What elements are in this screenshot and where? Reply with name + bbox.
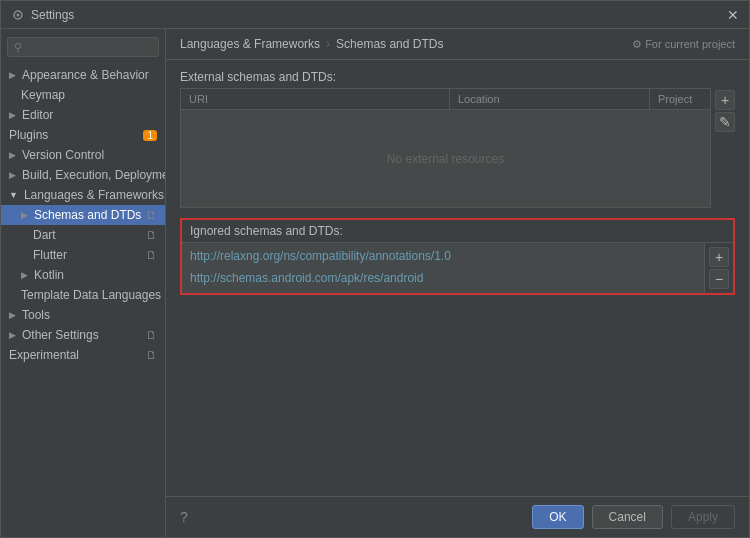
- external-section-label: External schemas and DTDs:: [180, 70, 735, 84]
- sidebar-label-editor: Editor: [22, 108, 53, 122]
- plugins-badge: 1: [143, 130, 157, 141]
- table-empty-label: No external resources: [181, 110, 710, 207]
- sidebar-label-other: Other Settings: [22, 328, 99, 342]
- arrow-icon: ▶: [21, 210, 28, 220]
- panel-body: External schemas and DTDs: URI Location …: [166, 60, 749, 496]
- arrow-icon: ▶: [9, 170, 16, 180]
- ignored-section-wrapper: Ignored schemas and DTDs: http://relaxng…: [180, 218, 735, 295]
- search-input[interactable]: [7, 37, 159, 57]
- sidebar-label-template: Template Data Languages: [21, 288, 161, 302]
- ignored-remove-button[interactable]: −: [709, 269, 729, 289]
- breadcrumb-part2: Schemas and DTDs: [336, 37, 443, 51]
- ignored-add-button[interactable]: +: [709, 247, 729, 267]
- ignored-body: http://relaxng.org/ns/compatibility/anno…: [182, 243, 733, 293]
- col-project-header: Project: [650, 89, 710, 109]
- ignored-section: Ignored schemas and DTDs: http://relaxng…: [180, 218, 735, 295]
- sidebar-item-editor[interactable]: ▶ Editor: [1, 105, 165, 125]
- sidebar-label-build: Build, Execution, Deployment: [22, 168, 166, 182]
- sidebar-label-flutter: Flutter: [33, 248, 67, 262]
- arrow-icon: ▶: [9, 310, 16, 320]
- external-section: External schemas and DTDs: URI Location …: [180, 70, 735, 208]
- sidebar-label-appearance: Appearance & Behavior: [22, 68, 149, 82]
- settings-window: Settings ✕ ▶ Appearance & Behavior Keyma…: [0, 0, 750, 538]
- sidebar-item-tools[interactable]: ▶ Tools: [1, 305, 165, 325]
- title-bar-left: Settings: [11, 8, 74, 22]
- cancel-button[interactable]: Cancel: [592, 505, 663, 529]
- sidebar-item-template-data[interactable]: Template Data Languages 🗋: [1, 285, 165, 305]
- col-uri-header: URI: [181, 89, 450, 109]
- sidebar: ▶ Appearance & Behavior Keymap ▶ Editor …: [1, 29, 166, 537]
- other-settings-icon: 🗋: [146, 329, 157, 341]
- ok-button[interactable]: OK: [532, 505, 583, 529]
- footer: ? OK Cancel Apply: [166, 496, 749, 537]
- schemas-icon: 🗋: [146, 209, 157, 221]
- arrow-icon: ▶: [21, 270, 28, 280]
- sidebar-label-keymap: Keymap: [21, 88, 65, 102]
- ignored-list: http://relaxng.org/ns/compatibility/anno…: [182, 243, 704, 293]
- ignored-side-buttons: + −: [704, 243, 733, 293]
- ignored-item-2[interactable]: http://schemas.android.com/apk/res/andro…: [182, 267, 704, 289]
- external-edit-button[interactable]: ✎: [715, 112, 735, 132]
- external-add-button[interactable]: +: [715, 90, 735, 110]
- sidebar-label-experimental: Experimental: [9, 348, 79, 362]
- settings-window-icon: [11, 8, 25, 22]
- arrow-icon: ▶: [9, 70, 16, 80]
- experimental-icon: 🗋: [146, 349, 157, 361]
- for-project-label: ⚙ For current project: [632, 38, 735, 51]
- search-box: [1, 33, 165, 61]
- external-table-section: URI Location Project No external resourc…: [180, 88, 735, 208]
- breadcrumb: Languages & Frameworks › Schemas and DTD…: [166, 29, 749, 60]
- sidebar-item-appearance-behavior[interactable]: ▶ Appearance & Behavior: [1, 65, 165, 85]
- arrow-icon: ▶: [9, 150, 16, 160]
- sidebar-item-other-settings[interactable]: ▶ Other Settings 🗋: [1, 325, 165, 345]
- sidebar-label-languages: Languages & Frameworks: [24, 188, 164, 202]
- sidebar-label-kotlin: Kotlin: [34, 268, 64, 282]
- help-button[interactable]: ?: [180, 509, 188, 525]
- external-side-buttons: + ✎: [715, 88, 735, 208]
- sidebar-label-schemas: Schemas and DTDs: [34, 208, 141, 222]
- sidebar-item-build-execution[interactable]: ▶ Build, Execution, Deployment: [1, 165, 165, 185]
- sidebar-item-version-control[interactable]: ▶ Version Control: [1, 145, 165, 165]
- main-content: ▶ Appearance & Behavior Keymap ▶ Editor …: [1, 29, 749, 537]
- dart-icon: 🗋: [146, 229, 157, 241]
- main-panel: Languages & Frameworks › Schemas and DTD…: [166, 29, 749, 537]
- sidebar-item-schemas-dtds[interactable]: ▶ Schemas and DTDs 🗋: [1, 205, 165, 225]
- table-header: URI Location Project: [181, 89, 710, 110]
- sidebar-item-experimental[interactable]: Experimental 🗋: [1, 345, 165, 365]
- sidebar-label-dart: Dart: [33, 228, 56, 242]
- ignored-item-1[interactable]: http://relaxng.org/ns/compatibility/anno…: [182, 245, 704, 267]
- sidebar-label-vcs: Version Control: [22, 148, 104, 162]
- sidebar-item-kotlin[interactable]: ▶ Kotlin: [1, 265, 165, 285]
- breadcrumb-separator: ›: [326, 37, 330, 51]
- external-table: URI Location Project No external resourc…: [180, 88, 711, 208]
- arrow-icon: ▶: [9, 110, 16, 120]
- ignored-section-label: Ignored schemas and DTDs:: [182, 220, 733, 243]
- col-location-header: Location: [450, 89, 650, 109]
- sidebar-item-flutter[interactable]: Flutter 🗋: [1, 245, 165, 265]
- svg-point-1: [17, 13, 20, 16]
- title-bar: Settings ✕: [1, 1, 749, 29]
- sidebar-label-tools: Tools: [22, 308, 50, 322]
- flutter-icon: 🗋: [146, 249, 157, 261]
- sidebar-item-plugins[interactable]: Plugins 1: [1, 125, 165, 145]
- breadcrumb-part1: Languages & Frameworks: [180, 37, 320, 51]
- sidebar-label-plugins: Plugins: [9, 128, 48, 142]
- close-button[interactable]: ✕: [727, 7, 739, 23]
- sidebar-item-dart[interactable]: Dart 🗋: [1, 225, 165, 245]
- arrow-icon: ▶: [9, 330, 16, 340]
- apply-button[interactable]: Apply: [671, 505, 735, 529]
- sidebar-item-keymap[interactable]: Keymap: [1, 85, 165, 105]
- sidebar-item-languages-frameworks[interactable]: ▼ Languages & Frameworks: [1, 185, 165, 205]
- arrow-expanded-icon: ▼: [9, 190, 18, 200]
- window-title: Settings: [31, 8, 74, 22]
